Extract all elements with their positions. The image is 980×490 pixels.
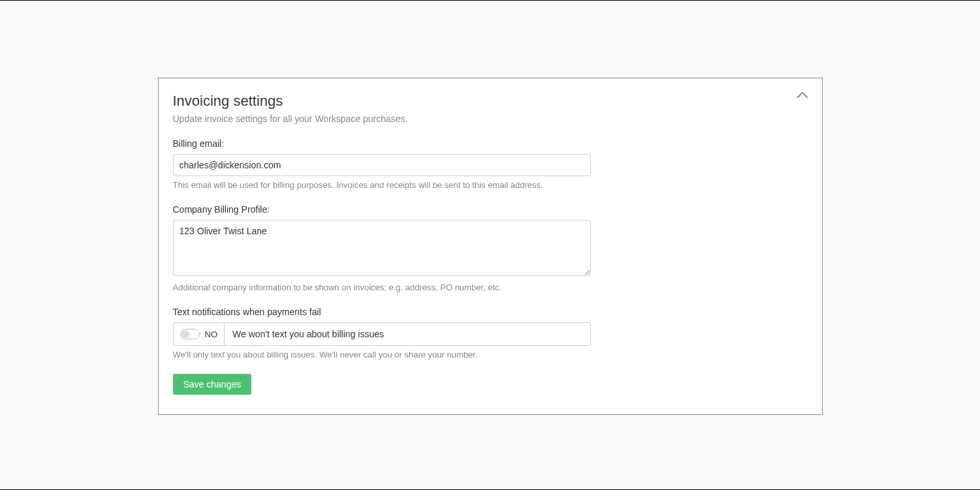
billing-profile-label: Company Billing Profile: <box>173 204 808 215</box>
billing-profile-help: Additional company information to be sho… <box>173 283 808 292</box>
billing-profile-textarea[interactable] <box>173 220 591 276</box>
invoicing-settings-panel: Invoicing settings Update invoice settin… <box>158 78 823 415</box>
text-notifications-row: NO We won't text you about billing issue… <box>173 322 591 346</box>
toggle-knob <box>182 330 189 338</box>
billing-email-input[interactable] <box>173 154 591 176</box>
billing-email-label: Billing email: <box>173 138 808 149</box>
text-notifications-field: Text notifications when payments fail NO… <box>173 307 808 360</box>
toggle-description: We won't text you about billing issues <box>225 323 392 345</box>
billing-email-help: This email will be used for billing purp… <box>173 180 808 190</box>
collapse-toggle[interactable] <box>795 87 810 103</box>
text-notifications-label: Text notifications when payments fail <box>173 307 808 317</box>
panel-subtitle: Update invoice settings for all your Wor… <box>173 114 808 124</box>
billing-email-field: Billing email: This email will be used f… <box>173 138 808 190</box>
toggle-cell: NO <box>174 323 225 345</box>
text-notifications-help: We'll only text you about billing issues… <box>173 350 808 360</box>
text-notifications-toggle[interactable] <box>180 329 200 339</box>
billing-profile-field: Company Billing Profile: Additional comp… <box>173 204 808 292</box>
save-changes-button[interactable]: Save changes <box>173 374 252 395</box>
panel-title: Invoicing settings <box>173 93 808 110</box>
chevron-up-icon <box>795 87 810 103</box>
toggle-state-text: NO <box>205 329 218 339</box>
